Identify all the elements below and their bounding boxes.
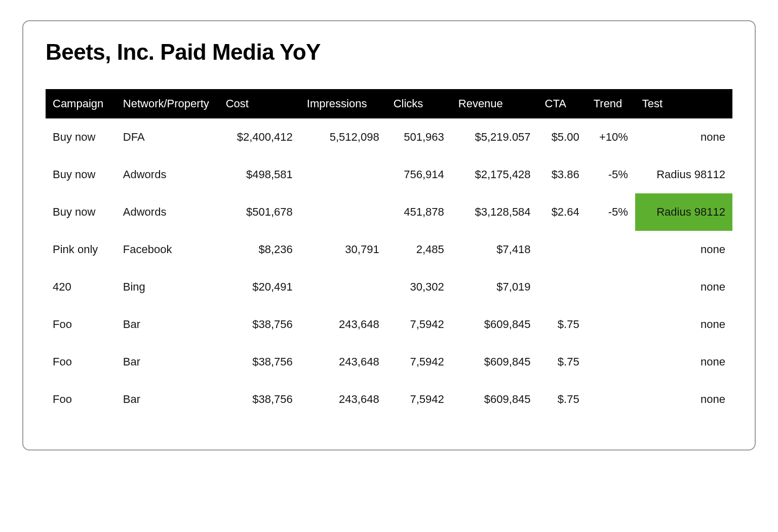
cell-cta: $.75 (538, 306, 587, 343)
cell-impressions: 5,512,098 (300, 118, 386, 156)
cell-campaign: Foo (46, 306, 116, 343)
cell-trend (587, 231, 635, 268)
cell-clicks: 30,302 (386, 268, 451, 306)
cell-revenue: $2,175,428 (451, 156, 538, 193)
cell-revenue: $5,219.057 (451, 118, 538, 156)
col-cost: Cost (219, 89, 300, 118)
col-trend: Trend (587, 89, 635, 118)
cell-impressions: 243,648 (300, 306, 386, 343)
cell-trend (587, 381, 635, 418)
cell-trend: +10% (587, 118, 635, 156)
cell-network: Adwords (116, 156, 219, 193)
cell-test: none (635, 381, 732, 418)
col-test: Test (635, 89, 732, 118)
cell-impressions (300, 193, 386, 231)
cell-network: Bing (116, 268, 219, 306)
cell-test: Radius 98112 (635, 156, 732, 193)
cell-network: DFA (116, 118, 219, 156)
media-table: Campaign Network/Property Cost Impressio… (46, 89, 732, 418)
cell-campaign: Buy now (46, 118, 116, 156)
cell-impressions: 243,648 (300, 343, 386, 381)
cell-trend (587, 343, 635, 381)
cell-cta (538, 268, 587, 306)
cell-cost: $38,756 (219, 381, 300, 418)
cell-trend (587, 306, 635, 343)
page-title: Beets, Inc. Paid Media YoY (46, 39, 732, 65)
cell-trend: -5% (587, 193, 635, 231)
cell-trend: -5% (587, 156, 635, 193)
cell-network: Facebook (116, 231, 219, 268)
cell-clicks: 7,5942 (386, 306, 451, 343)
cell-clicks: 756,914 (386, 156, 451, 193)
cell-revenue: $7,418 (451, 231, 538, 268)
cell-campaign: Pink only (46, 231, 116, 268)
cell-cost: $498,581 (219, 156, 300, 193)
cell-test: Radius 98112 (635, 193, 732, 231)
cell-test: none (635, 268, 732, 306)
col-network: Network/Property (116, 89, 219, 118)
cell-revenue: $7,019 (451, 268, 538, 306)
cell-network: Bar (116, 381, 219, 418)
cell-network: Bar (116, 343, 219, 381)
cell-cost: $2,400,412 (219, 118, 300, 156)
cell-clicks: 7,5942 (386, 343, 451, 381)
table-row: FooBar$38,756243,6487,5942$609,845$.75no… (46, 343, 732, 381)
table-row: Buy nowAdwords$501,678451,878$3,128,584$… (46, 193, 732, 231)
cell-clicks: 451,878 (386, 193, 451, 231)
cell-network: Bar (116, 306, 219, 343)
cell-test: none (635, 343, 732, 381)
cell-test: none (635, 118, 732, 156)
cell-cta: $2.64 (538, 193, 587, 231)
col-impressions: Impressions (300, 89, 386, 118)
cell-test: none (635, 306, 732, 343)
cell-clicks: 501,963 (386, 118, 451, 156)
cell-clicks: 2,485 (386, 231, 451, 268)
cell-impressions (300, 268, 386, 306)
cell-cta: $3.86 (538, 156, 587, 193)
cell-clicks: 7,5942 (386, 381, 451, 418)
cell-cost: $501,678 (219, 193, 300, 231)
cell-network: Adwords (116, 193, 219, 231)
cell-revenue: $609,845 (451, 343, 538, 381)
report-card: Beets, Inc. Paid Media YoY Campaign Netw… (22, 20, 756, 451)
cell-cost: $38,756 (219, 306, 300, 343)
cell-campaign: Buy now (46, 156, 116, 193)
cell-impressions: 243,648 (300, 381, 386, 418)
col-cta: CTA (538, 89, 587, 118)
cell-test: none (635, 231, 732, 268)
table-row: Buy nowDFA$2,400,4125,512,098501,963$5,2… (46, 118, 732, 156)
table-row: Pink onlyFacebook$8,23630,7912,485$7,418… (46, 231, 732, 268)
table-row: FooBar$38,756243,6487,5942$609,845$.75no… (46, 381, 732, 418)
cell-trend (587, 268, 635, 306)
table-row: Buy nowAdwords$498,581756,914$2,175,428$… (46, 156, 732, 193)
cell-cost: $8,236 (219, 231, 300, 268)
cell-impressions (300, 156, 386, 193)
table-row: FooBar$38,756243,6487,5942$609,845$.75no… (46, 306, 732, 343)
table-header-row: Campaign Network/Property Cost Impressio… (46, 89, 732, 118)
cell-revenue: $609,845 (451, 306, 538, 343)
table-body: Buy nowDFA$2,400,4125,512,098501,963$5,2… (46, 118, 732, 418)
cell-campaign: Foo (46, 343, 116, 381)
cell-cta: $.75 (538, 381, 587, 418)
cell-cta: $.75 (538, 343, 587, 381)
cell-campaign: Foo (46, 381, 116, 418)
cell-cta (538, 231, 587, 268)
col-clicks: Clicks (386, 89, 451, 118)
table-row: 420Bing$20,49130,302$7,019none (46, 268, 732, 306)
col-campaign: Campaign (46, 89, 116, 118)
cell-revenue: $609,845 (451, 381, 538, 418)
cell-revenue: $3,128,584 (451, 193, 538, 231)
cell-cost: $38,756 (219, 343, 300, 381)
cell-campaign: Buy now (46, 193, 116, 231)
cell-campaign: 420 (46, 268, 116, 306)
cell-impressions: 30,791 (300, 231, 386, 268)
cell-cost: $20,491 (219, 268, 300, 306)
col-revenue: Revenue (451, 89, 538, 118)
cell-cta: $5.00 (538, 118, 587, 156)
